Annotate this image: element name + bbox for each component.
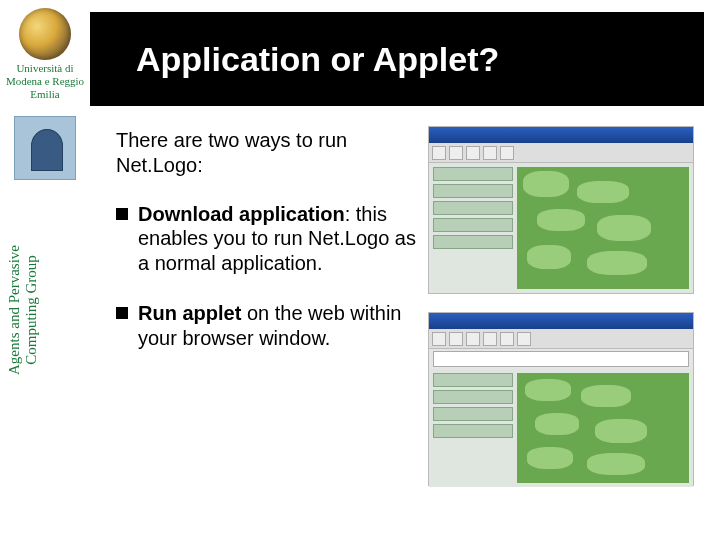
title-bar: Application or Applet? <box>90 12 704 106</box>
content-area: There are two ways to run Net.Logo: Down… <box>116 128 426 376</box>
group-name-line2: Computing Group <box>23 160 40 460</box>
screenshot-application <box>428 126 694 294</box>
sidebar: Università di Modena e Reggio Emilia Age… <box>0 0 90 540</box>
bullet-list: Download application: this enables you t… <box>116 202 426 350</box>
list-item: Run applet on the web within your browse… <box>116 301 426 350</box>
slide-title: Application or Applet? <box>136 40 499 79</box>
app-controls-icon <box>433 167 513 289</box>
bullet-bold: Download application <box>138 203 345 225</box>
university-name: Università di Modena e Reggio Emilia <box>0 62 90 102</box>
university-seal-icon <box>19 8 71 60</box>
bullet-bold: Run applet <box>138 302 241 324</box>
list-item: Download application: this enables you t… <box>116 202 426 275</box>
group-name: Agents and Pervasive Computing Group <box>6 160 39 460</box>
browser-addressbar-icon <box>433 351 689 367</box>
window-titlebar-icon <box>429 127 693 143</box>
browser-titlebar-icon <box>429 313 693 329</box>
intro-text: There are two ways to run Net.Logo: <box>116 128 426 178</box>
group-name-line1: Agents and Pervasive <box>6 160 23 460</box>
browser-body <box>429 369 693 487</box>
window-body <box>429 163 693 293</box>
screenshot-applet <box>428 312 694 486</box>
window-toolbar-icon <box>429 143 693 163</box>
app-world-view-icon <box>517 167 689 289</box>
applet-world-view-icon <box>517 373 689 483</box>
slide: Università di Modena e Reggio Emilia Age… <box>0 0 720 540</box>
browser-toolbar-icon <box>429 329 693 349</box>
applet-controls-icon <box>433 373 513 483</box>
